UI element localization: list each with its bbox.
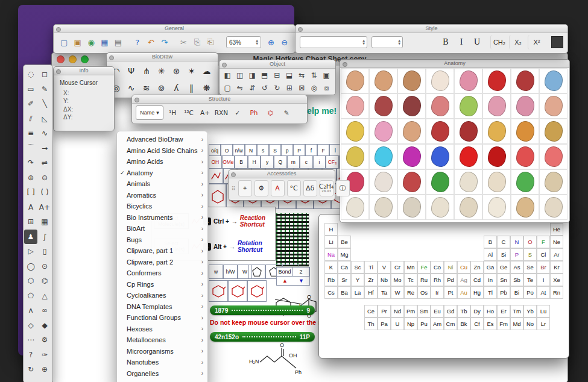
element-cell[interactable]: Kr (550, 261, 563, 274)
tool-icon[interactable]: ⬡ (24, 274, 37, 289)
tool-icon[interactable]: ◻ (38, 67, 51, 82)
anatomy-item[interactable] (482, 68, 511, 93)
anatomy-item[interactable] (539, 93, 567, 119)
zoom-button[interactable] (81, 55, 89, 63)
element-cell[interactable]: Xe (550, 274, 563, 286)
tool-icon[interactable]: ◺ (38, 111, 51, 127)
menu-item[interactable]: Animals › (117, 178, 207, 190)
tool-icon[interactable]: ◇ (24, 318, 37, 333)
tool-icon[interactable]: ⚙ (38, 333, 51, 348)
structure-icon[interactable]: RXN (214, 105, 229, 120)
tool-icon[interactable]: ∞ (38, 303, 51, 318)
structure-title-bar[interactable]: Structure (132, 95, 307, 104)
element-cell[interactable]: Be (338, 236, 351, 248)
element-cell[interactable]: Ge (497, 261, 510, 274)
object-icon[interactable]: ⇅ (308, 69, 321, 82)
element-cell[interactable]: Ag (457, 274, 470, 286)
element-cell[interactable]: F (537, 236, 550, 248)
tool-icon[interactable]: ♟ (24, 230, 37, 245)
anatomy-title-bar[interactable]: Anatomy (340, 60, 569, 68)
element-cell[interactable]: Eu (431, 305, 444, 318)
anatomy-item[interactable] (397, 93, 426, 119)
menu-item[interactable]: Metallocenes › (117, 334, 207, 346)
close-button[interactable] (298, 27, 303, 32)
tool-icon[interactable]: ◆ (38, 318, 51, 333)
anatomy-item[interactable] (397, 169, 426, 195)
element-cell[interactable]: Sm (417, 305, 431, 318)
toolbar-icon[interactable]: ↷ (158, 35, 170, 49)
element-cell[interactable]: Mg (338, 248, 351, 261)
tool-icon[interactable]: ✑ (38, 348, 51, 363)
anatomy-item[interactable] (369, 93, 397, 119)
anatomy-item[interactable] (426, 195, 454, 220)
element-cell[interactable]: Os (417, 286, 431, 299)
element-cell[interactable]: Bk (457, 318, 470, 330)
anatomy-item[interactable] (341, 144, 369, 169)
element-cell[interactable]: Na (324, 248, 338, 261)
element-cell[interactable]: Rb (324, 274, 338, 286)
element-cell[interactable]: Hg (470, 286, 484, 299)
stepper-icon[interactable]: ▲▼ (256, 39, 258, 45)
anatomy-item[interactable] (482, 195, 511, 220)
biodraw-icon[interactable]: ❋ (199, 80, 214, 96)
menu-item[interactable]: Organelles › (117, 368, 207, 380)
toolbar-icon[interactable]: ▣ (71, 35, 83, 49)
element-cell[interactable]: Li (324, 236, 338, 248)
element-cell[interactable]: V (378, 261, 391, 274)
tool-icon[interactable]: ( ) (38, 185, 51, 200)
close-button[interactable] (57, 55, 65, 63)
biodraw-icon[interactable]: ʎ (169, 80, 184, 96)
element-cell[interactable]: I (537, 274, 550, 286)
tool-icon[interactable]: ◌ (24, 67, 37, 82)
menu-item[interactable]: Advanced BioDraw › (117, 134, 207, 145)
accessory-icon[interactable]: ⓘ (336, 180, 350, 196)
biodraw-icon[interactable]: ⋔ (139, 63, 154, 80)
element-cell[interactable]: Co (431, 261, 444, 274)
tool-icon[interactable]: ⊖ (38, 171, 51, 186)
style-title-bar[interactable]: Style (296, 25, 567, 33)
element-cell[interactable]: Es (484, 318, 497, 330)
tool-icon[interactable]: ∫ (38, 230, 51, 245)
object-icon[interactable]: ⊞ (283, 82, 296, 95)
tool-icon[interactable]: ▦ (38, 214, 51, 230)
tool-icon[interactable]: A (24, 200, 37, 215)
anatomy-item[interactable] (426, 144, 454, 169)
tool-icon[interactable]: ▭ (24, 82, 37, 97)
size-select[interactable]: ▲▼ (371, 36, 403, 48)
element-cell[interactable]: La (351, 286, 364, 299)
structure-icon[interactable]: ✓ (230, 105, 245, 120)
menu-item[interactable]: Cp Rings › (117, 279, 207, 290)
structure-icon[interactable]: Ph (247, 105, 261, 120)
menu-item[interactable]: Aromatics › (117, 190, 207, 201)
element-cell[interactable]: Zr (364, 274, 378, 286)
element-cell[interactable]: P (510, 248, 523, 261)
accessories-title-bar[interactable]: Accessories (229, 170, 335, 178)
anatomy-item[interactable] (539, 195, 567, 220)
element-cell[interactable]: Al (484, 248, 497, 261)
element-cell[interactable]: Ga (484, 261, 497, 274)
tool-icon[interactable]: ▯ (38, 244, 51, 259)
anatomy-item[interactable] (454, 195, 482, 220)
tool-icon[interactable]: ⌒ (24, 141, 37, 156)
anatomy-item[interactable] (369, 169, 397, 195)
menu-item[interactable]: Functional Groups › (117, 312, 207, 324)
element-cell[interactable]: Th (364, 318, 378, 330)
element-cell[interactable]: Gd (444, 305, 457, 318)
element-cell[interactable]: Ce (364, 305, 378, 318)
object-icon[interactable]: ◧ (221, 69, 234, 82)
close-button[interactable] (56, 69, 61, 74)
element-cell[interactable]: Md (510, 318, 523, 330)
structure-icon[interactable]: A+ (198, 105, 212, 120)
anatomy-item[interactable] (426, 93, 454, 119)
menu-item[interactable]: Nanotubes › (117, 357, 207, 368)
element-cell[interactable]: Cl (537, 248, 550, 261)
anatomy-item[interactable] (511, 169, 539, 195)
tool-icon[interactable]: ʌ (24, 303, 37, 318)
menu-item[interactable]: Bugs › (117, 234, 207, 246)
accessory-icon[interactable]: ⚙ (254, 180, 268, 196)
tool-icon[interactable]: [ ] (24, 185, 37, 200)
element-cell[interactable]: Pu (417, 318, 431, 330)
element-cell[interactable]: U (391, 318, 404, 330)
element-cell[interactable]: Se (523, 261, 537, 274)
element-cell[interactable]: Am (431, 318, 444, 330)
